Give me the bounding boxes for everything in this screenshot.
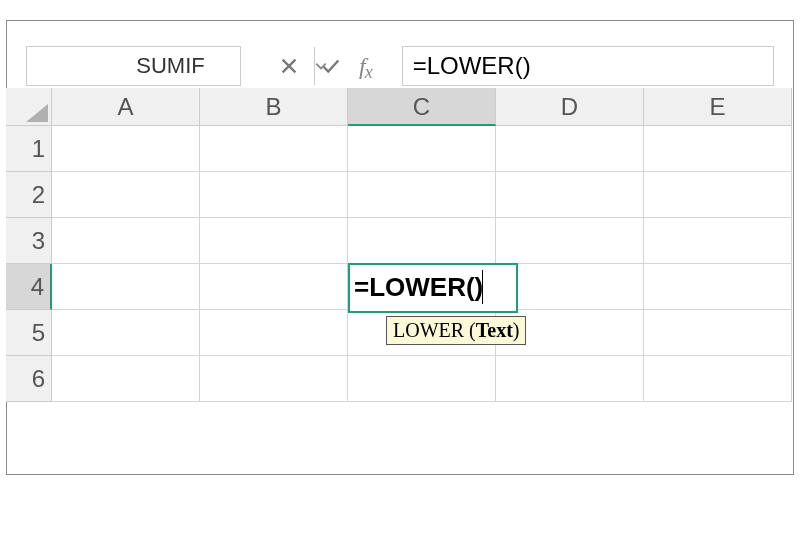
spreadsheet-grid: A B C D E 1 2 3 <box>6 88 794 475</box>
cell-b2[interactable] <box>200 172 348 218</box>
cell-a2[interactable] <box>52 172 200 218</box>
cell-d3[interactable] <box>496 218 644 264</box>
row-6: 6 <box>6 356 794 402</box>
cell-a3[interactable] <box>52 218 200 264</box>
cell-d6[interactable] <box>496 356 644 402</box>
row-1: 1 <box>6 126 794 172</box>
column-header-e[interactable]: E <box>644 88 792 126</box>
row-header-3[interactable]: 3 <box>6 218 52 264</box>
cell-e6[interactable] <box>644 356 792 402</box>
cell-c2[interactable] <box>348 172 496 218</box>
select-all-cell[interactable] <box>6 88 52 126</box>
insert-function-button[interactable]: fx <box>359 53 372 80</box>
column-header-d[interactable]: D <box>496 88 644 126</box>
tooltip-close: ) <box>513 319 520 341</box>
cell-c6[interactable] <box>348 356 496 402</box>
check-icon <box>320 55 342 77</box>
tooltip-fn-label: LOWER ( <box>393 319 476 341</box>
cell-d1[interactable] <box>496 126 644 172</box>
formula-buttons: fx <box>241 46 390 86</box>
cell-b4[interactable] <box>200 264 348 310</box>
row-2: 2 <box>6 172 794 218</box>
row-header-2[interactable]: 2 <box>6 172 52 218</box>
column-header-a[interactable]: A <box>52 88 200 126</box>
column-header-b[interactable]: B <box>200 88 348 126</box>
row-header-6[interactable]: 6 <box>6 356 52 402</box>
cell-e5[interactable] <box>644 310 792 356</box>
formula-input[interactable] <box>402 46 774 86</box>
enter-formula-button[interactable] <box>317 52 345 80</box>
cell-c3[interactable] <box>348 218 496 264</box>
cell-e3[interactable] <box>644 218 792 264</box>
row-header-5[interactable]: 5 <box>6 310 52 356</box>
cell-a5[interactable] <box>52 310 200 356</box>
active-cell-edit-text[interactable]: =LOWER() <box>354 272 483 303</box>
function-tooltip: LOWER (Text) <box>386 316 526 345</box>
fx-icon: fx <box>359 53 372 79</box>
cell-a4[interactable] <box>52 264 200 310</box>
row-3: 3 <box>6 218 794 264</box>
cell-e4[interactable] <box>644 264 792 310</box>
cell-a1[interactable] <box>52 126 200 172</box>
cell-b3[interactable] <box>200 218 348 264</box>
cell-b1[interactable] <box>200 126 348 172</box>
row-header-1[interactable]: 1 <box>6 126 52 172</box>
cell-e2[interactable] <box>644 172 792 218</box>
column-headers-row: A B C D E <box>6 88 794 126</box>
cell-d4[interactable] <box>496 264 644 310</box>
text-cursor <box>482 270 483 304</box>
cell-d2[interactable] <box>496 172 644 218</box>
row-header-4[interactable]: 4 <box>6 264 52 310</box>
cell-e1[interactable] <box>644 126 792 172</box>
close-icon <box>278 55 300 77</box>
cell-b6[interactable] <box>200 356 348 402</box>
cancel-formula-button[interactable] <box>275 52 303 80</box>
name-box-container <box>26 46 241 86</box>
cell-b5[interactable] <box>200 310 348 356</box>
column-header-c[interactable]: C <box>348 88 496 126</box>
cell-c1[interactable] <box>348 126 496 172</box>
tooltip-arg-label[interactable]: Text <box>476 319 513 341</box>
rows-container: 1 2 3 4 <box>6 126 794 402</box>
cell-a6[interactable] <box>52 356 200 402</box>
